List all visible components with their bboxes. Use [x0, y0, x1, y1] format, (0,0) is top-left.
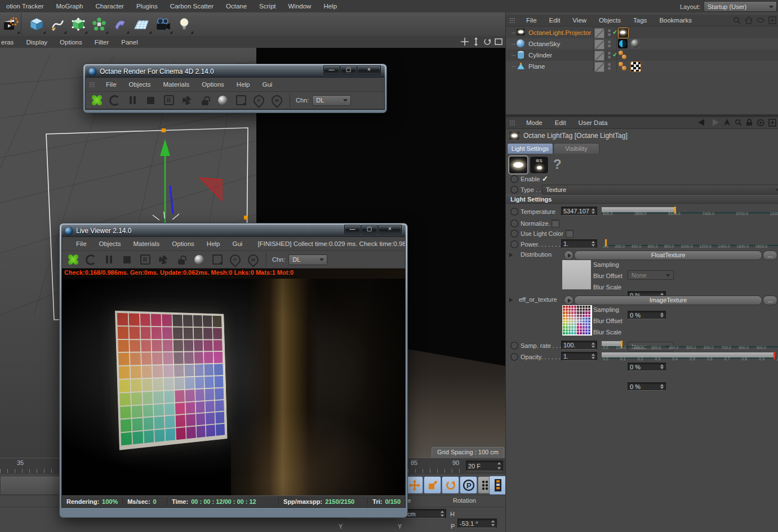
type-dropdown[interactable]: Texture [542, 185, 778, 195]
sky-tag-icon[interactable] [618, 39, 628, 48]
render-settings-button[interactable] [180, 94, 193, 107]
eff-more-button[interactable]: ... [763, 296, 777, 305]
viewport-move-icon[interactable] [460, 37, 469, 46]
keyframe-dot-icon[interactable] [510, 230, 518, 238]
plane-handle-right[interactable] [244, 216, 248, 220]
ow-menu-file[interactable]: File [100, 81, 123, 88]
texture-tag-icon[interactable] [630, 61, 641, 72]
close-button[interactable]: × [378, 225, 402, 234]
add-cube-button[interactable] [26, 14, 47, 35]
keyframe-dot-icon[interactable] [510, 186, 518, 194]
ies-light-button[interactable]: IES [530, 156, 549, 174]
om-menu-bookmarks[interactable]: Bookmarks [653, 17, 698, 24]
home-icon[interactable] [745, 16, 753, 24]
floor-tool-button[interactable] [130, 14, 153, 35]
octane-render-window[interactable]: Octane Render For Cinema 4D 2.14.0 — ▢ ×… [83, 64, 386, 113]
keyframe-dot-icon[interactable] [510, 342, 518, 350]
history-back-icon[interactable] [697, 119, 706, 126]
disclosure-triangle-icon[interactable] [509, 253, 513, 257]
octane-logo-button[interactable] [90, 94, 103, 107]
region-render-button[interactable]: R [139, 253, 152, 266]
viewport-menu-cameras[interactable]: eras [0, 39, 20, 46]
object-name[interactable]: Cylinder [528, 52, 552, 59]
camera-tool-button[interactable] [153, 14, 174, 35]
panel-options-icon[interactable] [768, 119, 776, 127]
lv-menu-materials[interactable]: Materials [127, 240, 166, 247]
minimize-button[interactable]: — [323, 65, 340, 75]
disclosure-triangle-icon[interactable] [509, 298, 513, 302]
menu-mograph[interactable]: MoGraph [50, 3, 89, 10]
menu-octane[interactable]: Octane [220, 3, 253, 10]
material-tag-icon[interactable] [630, 39, 640, 48]
power-field[interactable]: 1. [561, 239, 597, 248]
am-menu-user-data[interactable]: User Data [572, 119, 614, 126]
rotate-mode-button[interactable] [442, 476, 459, 494]
menu-script[interactable]: Script [253, 3, 282, 10]
edit-cube-button[interactable] [68, 14, 88, 35]
blur-offset-field[interactable]: 0 % [628, 363, 666, 371]
layout-dropdown[interactable]: Startup (User) [704, 1, 777, 12]
lock-resolution-button[interactable] [175, 253, 188, 266]
render-settings-button[interactable] [489, 476, 507, 495]
layer-toggle-icon[interactable] [594, 39, 604, 50]
grip-icon[interactable] [509, 17, 515, 24]
live-viewer-window[interactable]: Live Viewer 2.14.0 — ▢ × File Objects Ma… [60, 223, 407, 517]
object-row-plane[interactable]: Plane [506, 61, 778, 72]
power-slider[interactable]: 0.0200.0400.0600.0800.01000.01200.01400.… [602, 239, 778, 248]
keyframe-dot-icon[interactable] [510, 208, 518, 216]
lv-menu-help[interactable]: Help [201, 240, 226, 247]
ow-menu-materials[interactable]: Materials [157, 81, 196, 88]
rotation-band-handle[interactable] [200, 178, 222, 200]
material-picker-button[interactable]: M [270, 94, 283, 107]
temperature-field[interactable]: 5347.107 [561, 207, 597, 216]
deformer-tool-button[interactable] [109, 14, 130, 35]
opacity-field[interactable]: 1. [561, 352, 597, 361]
samp-rate-slider[interactable]: 0.0100.0200.0300.0400.0500.0600.0700.080… [602, 341, 778, 350]
pause-render-button[interactable] [126, 94, 139, 107]
viewport-maximize-icon[interactable] [494, 37, 503, 46]
spinner-icon[interactable] [659, 312, 664, 318]
om-menu-objects[interactable]: Objects [593, 17, 627, 24]
enable-checkbox[interactable]: ✓ [542, 175, 548, 183]
focus-picker-button[interactable]: F [229, 253, 242, 266]
object-name[interactable]: OctaneSky [528, 41, 560, 47]
selection-tag-icon[interactable] [618, 61, 628, 71]
menu-motion-tracker[interactable]: otion Tracker [0, 3, 50, 10]
maximize-button[interactable]: ▢ [361, 225, 377, 234]
light-tool-button[interactable] [174, 14, 194, 35]
search-icon[interactable] [733, 16, 741, 24]
rotation-h-field[interactable]: -53.1 ° [457, 518, 497, 528]
eff-texture-button[interactable]: ImageTexture [574, 296, 762, 305]
search-icon[interactable] [735, 119, 742, 126]
visibility-dots-icon[interactable] [608, 63, 611, 70]
keyframe-dot-icon[interactable] [510, 220, 518, 227]
spinner-icon[interactable] [659, 364, 664, 369]
frame-field[interactable]: 20 F [466, 461, 503, 471]
scale-mode-button[interactable] [424, 476, 441, 494]
render-image[interactable] [62, 279, 405, 495]
object-row-cylinder[interactable]: Cylinder ✓ [506, 50, 778, 61]
om-menu-tags[interactable]: Tags [627, 17, 653, 24]
stop-render-button[interactable] [144, 94, 157, 107]
stop-render-button[interactable] [121, 253, 134, 266]
om-menu-view[interactable]: View [566, 17, 593, 24]
lock-icon[interactable] [746, 119, 753, 126]
enabled-check-icon[interactable]: ✓ [612, 51, 618, 59]
octane-logo-button[interactable] [66, 253, 79, 266]
viewport-menu-filter[interactable]: Filter [88, 39, 115, 46]
viewport-rotate-icon[interactable] [483, 37, 492, 46]
picture-viewer-button[interactable] [211, 253, 224, 266]
layer-toggle-icon[interactable] [594, 28, 604, 38]
restart-render-button[interactable] [108, 94, 121, 107]
object-name[interactable]: Plane [528, 63, 545, 70]
tab-light-settings[interactable]: Light Settings [507, 143, 553, 154]
viewport-menu-panel[interactable]: Panel [115, 39, 144, 46]
spinner-icon[interactable] [590, 354, 595, 359]
pick-arrow-icon[interactable] [723, 119, 731, 126]
section-header-light-settings[interactable]: Light Settings [506, 195, 778, 204]
enabled-check-icon[interactable]: ✓ [612, 28, 618, 36]
texture-preview-button[interactable] [564, 296, 574, 305]
light-type-button[interactable] [508, 155, 528, 175]
move-mode-button[interactable] [406, 476, 423, 494]
menu-plugins[interactable]: Plugins [130, 3, 164, 10]
